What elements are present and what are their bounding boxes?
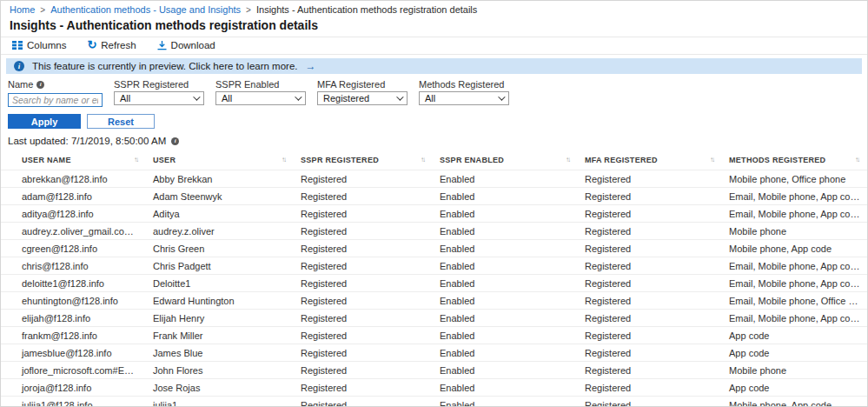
reset-button[interactable]: Reset [87,114,155,129]
cell-sspr-registered: Registered [294,257,433,275]
table-row[interactable]: deloitte1@f128.infoDeloitte1RegisteredEn… [1,275,867,292]
download-icon [157,41,167,50]
cell-user-name: elijah@f128.info [1,310,146,327]
preview-banner-text[interactable]: This feature is currently in preview. Cl… [32,61,298,71]
methods-registered-dropdown[interactable]: All [419,91,509,105]
cell-mfa-registered: Registered [578,170,722,188]
cell-sspr-registered: Registered [294,240,433,257]
cell-user-name: joroja@f128.info [1,379,146,397]
cell-user: Edward Huntington [146,292,294,310]
cell-user: Deloitte1 [146,275,294,292]
column-header-methods-registered[interactable]: ↑↓METHODS REGISTERED [722,150,867,170]
table-row[interactable]: jamesblue@f128.infoJames BlueRegisteredE… [1,344,867,362]
registration-details-table: ↑↓USER NAME↑↓USER↑↓SSPR REGISTERED↑↓SSPR… [1,150,867,407]
cell-methods-registered: Email, Mobile phone, App code [722,257,867,275]
column-header-mfa-registered[interactable]: ↑↓MFA REGISTERED [578,150,722,170]
cell-sspr-registered: Registered [294,379,433,397]
cell-sspr-registered: Registered [294,275,433,292]
cell-user: Frank Miller [146,327,294,344]
cell-sspr-registered: Registered [294,327,433,344]
table-row[interactable]: adam@f128.infoAdam SteenwykRegisteredEna… [1,188,867,205]
filter-bar: Name i SSPR Registered All SSPR Enabled … [1,74,867,107]
sspr-registered-dropdown-value: All [120,93,130,103]
cell-methods-registered: Email, Mobile phone, App code [722,205,867,223]
cell-sspr-enabled: Enabled [433,344,578,362]
apply-button[interactable]: Apply [8,114,81,129]
name-filter-label: Name [8,79,33,90]
column-header-user[interactable]: ↑↓USER [146,150,294,170]
cell-sspr-registered: Registered [294,205,433,223]
cell-sspr-registered: Registered [294,188,433,205]
cell-mfa-registered: Registered [578,344,722,362]
cell-methods-registered: Mobile phone [722,223,867,240]
cell-sspr-registered: Registered [294,170,433,188]
column-header-user-name[interactable]: ↑↓USER NAME [1,150,146,170]
cell-user-name: adam@f128.info [1,188,146,205]
table-row[interactable]: joroja@f128.infoJose RojasRegisteredEnab… [1,379,867,397]
cell-mfa-registered: Registered [578,275,722,292]
breadcrumb-usage-insights[interactable]: Authentication methods - Usage and Insig… [50,4,241,15]
filter-sspr-enabled: SSPR Enabled All [215,79,306,107]
cell-sspr-enabled: Enabled [433,240,578,257]
cell-sspr-enabled: Enabled [433,379,578,397]
name-search-input[interactable] [8,93,103,107]
cell-sspr-enabled: Enabled [433,397,578,407]
cell-user-name: abrekkan@f128.info [1,170,146,188]
table-row[interactable]: audrey.z.oliver_gmail.com#EXT#@f128.onmi… [1,223,867,240]
sspr-registered-filter-label: SSPR Registered [114,79,189,90]
column-header-label: SSPR REGISTERED [301,156,379,164]
filter-mfa-registered: MFA Registered Registered [317,79,407,107]
cell-mfa-registered: Registered [578,397,722,407]
cell-sspr-enabled: Enabled [433,188,578,205]
table-body: abrekkan@f128.infoAbby BrekkanRegistered… [1,170,867,407]
download-button[interactable]: Download [157,40,215,50]
cell-sspr-enabled: Enabled [433,275,578,292]
cell-sspr-registered: Registered [294,397,433,407]
mfa-registered-dropdown[interactable]: Registered [317,91,407,105]
sort-icon[interactable]: ↑↓ [421,156,424,163]
cell-mfa-registered: Registered [578,257,722,275]
last-updated-text: Last updated: 7/1/2019, 8:50:00 AM [8,136,166,146]
cell-user: Chris Padgett [146,257,294,275]
table-row[interactable]: ehuntington@f128.infoEdward HuntingtonRe… [1,292,867,310]
name-filter-label-row: Name i [8,79,103,90]
column-header-label: USER NAME [22,156,71,164]
last-updated-info-icon[interactable]: i [171,137,179,145]
cell-mfa-registered: Registered [578,310,722,327]
sort-icon[interactable]: ↑↓ [134,156,137,163]
table-row[interactable]: abrekkan@f128.infoAbby BrekkanRegistered… [1,170,867,188]
cell-methods-registered: Email, Mobile phone, App code [722,188,867,205]
cell-sspr-enabled: Enabled [433,257,578,275]
cell-methods-registered: Email, Mobile phone, App code [722,310,867,327]
table-row[interactable]: elijah@f128.infoElijah HenryRegisteredEn… [1,310,867,327]
sort-icon[interactable]: ↑↓ [282,156,285,163]
table-row[interactable]: frankm@f128.infoFrank MillerRegisteredEn… [1,327,867,344]
cell-user: Aditya [146,205,294,223]
sort-icon[interactable]: ↑↓ [566,156,569,163]
refresh-button[interactable]: ↻ Refresh [87,40,136,50]
column-header-sspr-registered[interactable]: ↑↓SSPR REGISTERED [294,150,433,170]
table-row[interactable]: chris@f128.infoChris PadgettRegisteredEn… [1,257,867,275]
breadcrumb-home[interactable]: Home [10,4,35,15]
cell-methods-registered: Mobile phone, Office phone [722,170,867,188]
sort-icon[interactable]: ↑↓ [855,156,858,163]
sort-icon[interactable]: ↑↓ [710,156,713,163]
table-row[interactable]: aditya@f128.infoAdityaRegisteredEnabledR… [1,205,867,223]
arrow-right-icon[interactable]: → [306,60,316,72]
sspr-enabled-dropdown[interactable]: All [215,91,306,105]
cell-user-name: julija1@f128.info [1,397,146,407]
preview-banner[interactable]: i This feature is currently in preview. … [6,58,862,74]
columns-button[interactable]: Columns [12,40,66,50]
table-row[interactable]: julija1@f128.infojulija1RegisteredEnable… [1,397,867,407]
insights-auth-methods-page: Home > Authentication methods - Usage an… [0,0,868,407]
cell-user-name: audrey.z.oliver_gmail.com#EXT#@f128.onmi… [1,223,146,240]
columns-label: Columns [27,40,66,50]
table-row[interactable]: joflore_microsoft.com#EXT#@f128.onmicros… [1,362,867,379]
mfa-registered-dropdown-value: Registered [323,93,369,103]
sspr-registered-dropdown[interactable]: All [114,91,204,105]
name-info-icon[interactable]: i [36,81,44,89]
column-header-sspr-enabled[interactable]: ↑↓SSPR ENABLED [433,150,578,170]
cell-user: Elijah Henry [146,310,294,327]
cell-user: audrey.z.oliver [146,223,294,240]
table-row[interactable]: cgreen@f128.infoChris GreenRegisteredEna… [1,240,867,257]
